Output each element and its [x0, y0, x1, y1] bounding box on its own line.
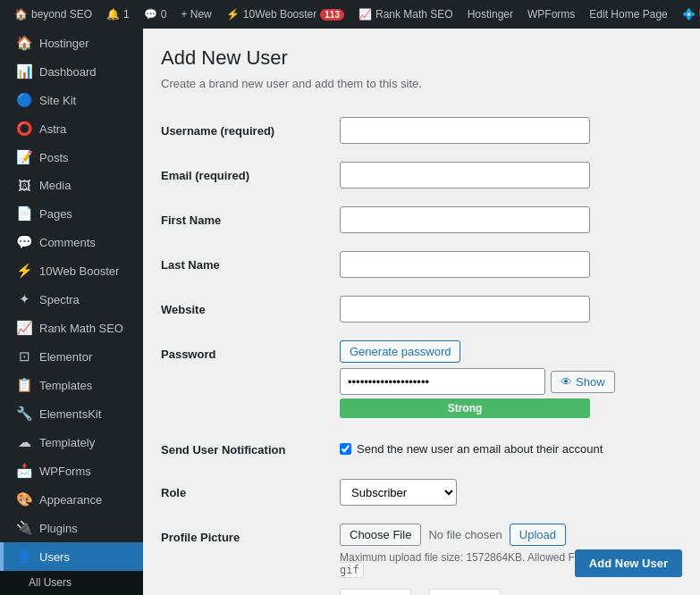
templates-icon: 📋 [16, 377, 32, 393]
appearance-icon: 🎨 [16, 491, 32, 507]
firstname-row: First Name [161, 197, 682, 242]
wordpress-icon: 🏠 [14, 8, 28, 21]
rankmath-sidebar-icon: 📈 [16, 320, 32, 336]
comment-icon: 💬 [144, 8, 157, 21]
email-label: Email (required) [161, 153, 340, 197]
sidebar-item-plugins[interactable]: 🔌 Plugins [0, 514, 143, 542]
users-icon: 👤 [16, 549, 32, 565]
admin-bar-updraft[interactable]: 💠 UpdraftPlus [675, 0, 700, 29]
generate-password-button[interactable]: Generate password [340, 340, 460, 363]
sidebar-item-hostinger[interactable]: 🏠 Hostinger [0, 29, 143, 57]
admin-bar: 🏠 beyond SEO 🔔 1 💬 0 + New ⚡ 10Web Boost… [0, 0, 700, 29]
pages-icon: 📄 [16, 205, 32, 222]
sidebar-item-templately[interactable]: ☁ Templately [0, 428, 143, 457]
thumbnail-avatar: Thumbnail [429, 589, 501, 595]
lastname-row: Last Name [161, 242, 682, 287]
password-input[interactable] [340, 368, 545, 395]
admin-bar-edit-home[interactable]: Edit Home Page [582, 0, 674, 29]
sidebar-item-rankmath[interactable]: 📈 Rank Math SEO [0, 314, 143, 342]
sidebar-item-templates[interactable]: 📋 Templates [0, 371, 143, 399]
website-input[interactable] [340, 296, 590, 323]
admin-bar-comments[interactable]: 💬 0 [137, 0, 174, 29]
original-avatar-image [340, 589, 411, 595]
username-input[interactable] [340, 117, 590, 144]
password-row: Password Generate password 👁 Show [161, 331, 682, 427]
upload-button[interactable]: Upload [510, 524, 566, 546]
diamond-icon: 💠 [682, 8, 696, 21]
avatars-row: Original Size [340, 589, 682, 595]
role-label: Role [161, 470, 340, 515]
notification-checkbox[interactable] [340, 443, 351, 455]
sidebar-item-wpforms[interactable]: 📩 WPForms [0, 457, 143, 485]
wpforms-sidebar-icon: 📩 [16, 463, 32, 479]
booster-icon: ⚡ [226, 8, 240, 21]
hostinger-icon: 🏠 [16, 35, 32, 51]
thumbnail-avatar-image [429, 589, 501, 595]
main-content: Add New User Create a brand new user and… [143, 29, 700, 595]
admin-bar-notifications[interactable]: 🔔 1 [99, 0, 137, 29]
notification-checkbox-label: Send the new user an email about their a… [357, 442, 603, 456]
password-strength-bar: Strong [340, 398, 590, 418]
email-row: Email (required) [161, 153, 682, 197]
website-label: Website [161, 287, 340, 331]
dashboard-icon: 📊 [16, 63, 32, 80]
username-row: Username (required) [161, 108, 682, 153]
role-row: Role Subscriber Contributor Author Edito… [161, 470, 682, 515]
rankmath-icon: 📈 [358, 8, 372, 21]
media-icon: 🖼 [16, 178, 32, 193]
original-size-avatar: Original Size [340, 589, 411, 595]
users-submenu: All Users Add New User Profile [0, 571, 143, 595]
website-row: Website [161, 287, 682, 331]
10web-icon: ⚡ [16, 263, 32, 279]
sitekit-icon: 🔵 [16, 92, 32, 108]
sidebar-item-10web[interactable]: ⚡ 10Web Booster [0, 256, 143, 285]
firstname-input[interactable] [340, 206, 590, 233]
submenu-all-users[interactable]: All Users [0, 571, 143, 594]
notification-icon: 🔔 [106, 8, 120, 21]
notification-row: Send User Notification Send the new user… [161, 427, 682, 470]
admin-bar-site[interactable]: 🏠 beyond SEO [7, 0, 99, 29]
elementskit-icon: 🔧 [16, 406, 32, 422]
sidebar-item-pages[interactable]: 📄 Pages [0, 199, 143, 228]
sidebar-item-media[interactable]: 🖼 Media [0, 172, 143, 199]
email-input[interactable] [340, 162, 590, 189]
spectra-icon: ✦ [16, 291, 32, 307]
astra-icon: ⭕ [16, 121, 32, 137]
sidebar-item-users[interactable]: 👤 Users [0, 542, 143, 571]
no-file-text: No file chosen [428, 528, 502, 541]
plugins-icon: 🔌 [16, 520, 32, 536]
sidebar-item-posts[interactable]: 📝 Posts [0, 143, 143, 172]
firstname-label: First Name [161, 197, 340, 242]
admin-bar-rankmath[interactable]: 📈 Rank Math SEO [351, 0, 460, 29]
password-label: Password [161, 331, 340, 427]
admin-bar-wpforms[interactable]: WPForms [520, 0, 582, 29]
sidebar-item-astra[interactable]: ⭕ Astra [0, 114, 143, 143]
admin-bar-hostinger[interactable]: Hostinger [460, 0, 520, 29]
sidebar: 🏠 Hostinger 📊 Dashboard 🔵 Site Kit ⭕ Ast… [0, 29, 143, 595]
comments-icon: 💬 [16, 234, 32, 250]
page-title: Add New User [161, 46, 682, 70]
username-label: Username (required) [161, 108, 340, 153]
add-new-user-button[interactable]: Add New User [575, 549, 682, 577]
show-password-button[interactable]: 👁 Show [551, 371, 615, 393]
choose-file-button[interactable]: Choose File [340, 524, 421, 546]
10web-badge: 113 [320, 9, 344, 21]
admin-bar-10web[interactable]: ⚡ 10Web Booster 113 [219, 0, 351, 29]
lastname-label: Last Name [161, 242, 340, 287]
lastname-input[interactable] [340, 251, 590, 278]
posts-icon: 📝 [16, 149, 32, 165]
sidebar-item-comments[interactable]: 💬 Comments [0, 228, 143, 256]
role-select[interactable]: Subscriber Contributor Author Editor Adm… [340, 479, 457, 506]
add-user-form: Username (required) Email (required) [161, 108, 682, 595]
sidebar-item-elementor[interactable]: ⊡ Elementor [0, 342, 143, 371]
eye-icon: 👁 [561, 375, 572, 389]
sidebar-item-dashboard[interactable]: 📊 Dashboard [0, 57, 143, 86]
sidebar-item-appearance[interactable]: 🎨 Appearance [0, 485, 143, 514]
admin-bar-new[interactable]: + New [173, 0, 218, 29]
sidebar-item-spectra[interactable]: ✦ Spectra [0, 285, 143, 314]
templately-icon: ☁ [16, 434, 32, 450]
profile-picture-label: Profile Picture [161, 515, 340, 595]
notification-label: Send User Notification [161, 427, 340, 470]
sidebar-item-sitekit[interactable]: 🔵 Site Kit [0, 86, 143, 114]
sidebar-item-elementskit[interactable]: 🔧 ElementsKit [0, 399, 143, 428]
